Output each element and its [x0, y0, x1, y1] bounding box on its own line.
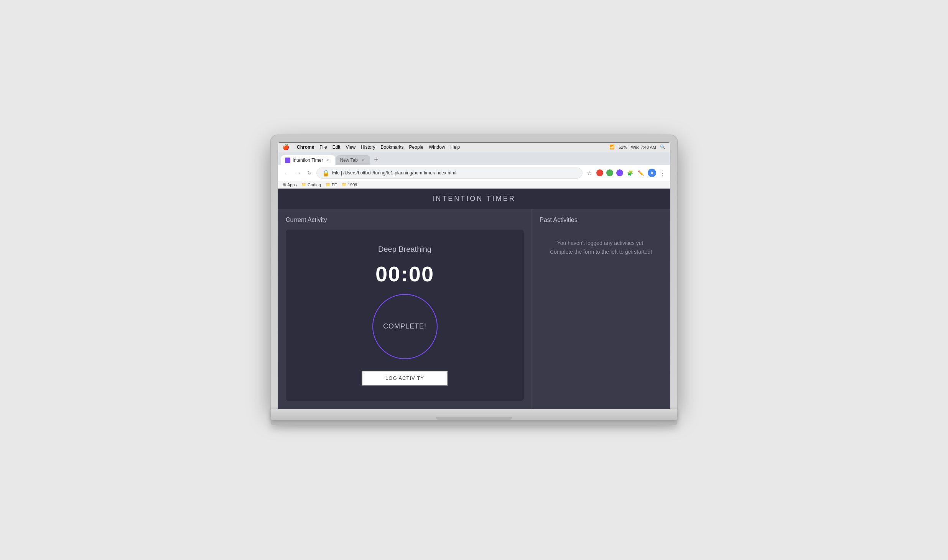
menu-bar: 🍎 Chrome File Edit View History Bookmark…	[278, 143, 670, 152]
bookmark-1909-label: 1909	[348, 182, 357, 187]
no-activities-message: You haven't logged any activities yet. C…	[540, 239, 662, 257]
chrome-browser: 🍎 Chrome File Edit View History Bookmark…	[278, 143, 670, 409]
tab-bar: Intention Timer ✕ New Tab ✕ +	[278, 152, 670, 165]
app-content: INTENTION TIMER Current Activity Deep Br…	[278, 189, 670, 409]
bookmark-coding[interactable]: 📁 Coding	[301, 182, 321, 187]
tab-close-intention[interactable]: ✕	[327, 158, 330, 162]
screen-bezel: 🍎 Chrome File Edit View History Bookmark…	[271, 135, 677, 409]
app-title: INTENTION TIMER	[284, 195, 664, 203]
activity-card: Deep Breathing 00:00 COMPLETE! LOG ACTIV…	[286, 230, 524, 401]
clock: Wed 7:40 AM	[631, 145, 656, 149]
menu-people[interactable]: People	[409, 145, 423, 150]
menu-history[interactable]: History	[361, 145, 375, 150]
toolbar-circle-green	[606, 169, 613, 176]
laptop-bottom-bar	[271, 420, 677, 425]
bookmark-fe-label: FE	[332, 182, 337, 187]
menu-items: Chrome File Edit View History Bookmarks …	[297, 145, 460, 150]
bookmarks-bar: ⊞ Apps 📁 Coding 📁 FE 📁 1909	[278, 181, 670, 189]
no-activities-line1: You haven't logged any activities yet.	[557, 240, 645, 246]
toolbar-circle-red	[596, 169, 603, 176]
current-activity-title: Current Activity	[286, 217, 524, 223]
apps-icon: ⊞	[283, 182, 286, 187]
bookmark-coding-label: Coding	[308, 182, 321, 187]
new-tab-button[interactable]: +	[371, 154, 382, 165]
bookmark-fe[interactable]: 📁 FE	[326, 182, 337, 187]
menu-window[interactable]: Window	[429, 145, 445, 150]
laptop-wrapper: 🍎 Chrome File Edit View History Bookmark…	[271, 135, 677, 425]
pen-icon[interactable]: ✏️	[637, 169, 645, 177]
app-main: Current Activity Deep Breathing 00:00 CO…	[278, 209, 670, 409]
complete-circle[interactable]: COMPLETE!	[372, 294, 438, 359]
bookmark-1909[interactable]: 📁 1909	[342, 182, 357, 187]
current-activity-panel: Current Activity Deep Breathing 00:00 CO…	[278, 209, 532, 409]
past-activities-title: Past Activities	[540, 217, 662, 223]
more-options-icon[interactable]: ⋮	[659, 169, 665, 177]
battery-status: 62%	[619, 145, 627, 149]
complete-text: COMPLETE!	[383, 322, 426, 330]
search-icon[interactable]: 🔍	[660, 145, 665, 149]
address-input[interactable]: 🔒 File | /Users/holtbolt/turing/fe1-plan…	[316, 168, 583, 179]
extension-icon[interactable]: 🧩	[626, 169, 634, 177]
back-button[interactable]: ←	[283, 169, 291, 177]
screen-inner: 🍎 Chrome File Edit View History Bookmark…	[278, 142, 670, 409]
1909-folder-icon: 📁	[342, 182, 346, 187]
menu-bookmarks[interactable]: Bookmarks	[381, 145, 404, 150]
address-bar-right: ☆ 🧩 ✏️ A ⋮	[586, 169, 665, 177]
app-header: INTENTION TIMER	[278, 189, 670, 209]
tab-label-newtab: New Tab	[340, 158, 357, 163]
star-icon[interactable]: ☆	[586, 169, 593, 177]
menu-help[interactable]: Help	[451, 145, 460, 150]
address-bar: ← → ↻ 🔒 File | /Users/holtbolt/turing/fe…	[278, 165, 670, 181]
fe-folder-icon: 📁	[326, 182, 330, 187]
tab-intention-timer[interactable]: Intention Timer ✕	[281, 155, 335, 165]
menu-edit[interactable]: Edit	[332, 145, 341, 150]
past-activities-panel: Past Activities You haven't logged any a…	[532, 209, 670, 409]
timer-display: 00:00	[375, 261, 434, 286]
forward-button[interactable]: →	[294, 169, 303, 177]
profile-icon[interactable]: A	[648, 169, 656, 177]
toolbar-circle-purple	[616, 169, 623, 176]
laptop-base	[271, 409, 677, 420]
no-activities-line2: Complete the form to the left to get sta…	[550, 249, 652, 255]
tab-new-tab[interactable]: New Tab ✕	[336, 155, 370, 165]
apple-menu-icon[interactable]: 🍎	[283, 144, 289, 150]
bookmark-apps-label: Apps	[287, 182, 297, 187]
bookmark-apps[interactable]: ⊞ Apps	[283, 182, 297, 187]
wifi-icon: 📶	[609, 145, 615, 149]
menu-bar-right: 📶 62% Wed 7:40 AM 🔍	[609, 145, 665, 149]
menu-file[interactable]: File	[319, 145, 327, 150]
log-activity-button[interactable]: LOG ACTIVITY	[362, 371, 448, 386]
coding-folder-icon: 📁	[301, 182, 306, 187]
tab-favicon-intention	[285, 158, 290, 163]
lock-icon: 🔒	[322, 169, 330, 177]
tab-close-newtab[interactable]: ✕	[362, 158, 365, 162]
reload-button[interactable]: ↻	[306, 169, 313, 177]
tab-label-intention: Intention Timer	[293, 158, 323, 163]
activity-name: Deep Breathing	[378, 245, 431, 254]
menu-view[interactable]: View	[346, 145, 356, 150]
menu-chrome[interactable]: Chrome	[297, 145, 314, 150]
address-text: File | /Users/holtbolt/turing/fe1-planni…	[332, 170, 456, 176]
